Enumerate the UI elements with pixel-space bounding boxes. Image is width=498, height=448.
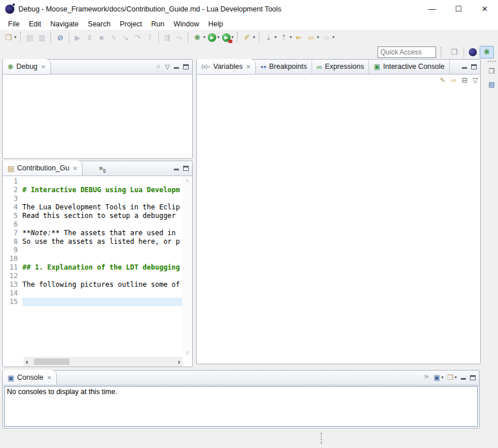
collapse-all-icon[interactable]: ⊟ xyxy=(462,77,468,84)
editor-line[interactable]: 8So use the assets as listed here, or p xyxy=(3,237,182,246)
tab-console[interactable]: ▣ Console ✕ xyxy=(3,370,57,385)
menu-project[interactable]: Project xyxy=(115,19,147,29)
view-menu-icon[interactable]: ▽ xyxy=(165,64,170,70)
dropdown-arrow-icon[interactable]: ▾ xyxy=(217,35,220,40)
editor-line[interactable]: 11## 1. Explanation of the LDT debugging xyxy=(3,263,182,272)
editor-line[interactable]: 12 xyxy=(3,272,182,281)
menu-window[interactable]: Window xyxy=(169,19,204,29)
close-icon[interactable]: ✕ xyxy=(41,64,45,70)
editor-line[interactable]: 15 xyxy=(3,298,182,306)
scroll-up-icon[interactable]: ∧ xyxy=(185,178,189,184)
lua-perspective-button[interactable] xyxy=(467,46,478,59)
quick-access-input[interactable] xyxy=(378,46,436,58)
new-wizard-button[interactable]: ❒▾ xyxy=(2,31,18,44)
tab-variables[interactable]: (x)=Variables✕ xyxy=(197,59,256,74)
minimize-view-icon[interactable] xyxy=(174,166,179,170)
dropdown-arrow-icon[interactable]: ▾ xyxy=(204,35,206,40)
editor-body[interactable]: 12# Interactive DEBUG using Lua Developm… xyxy=(3,176,192,367)
skip-all-breakpoints-button[interactable]: ⊘ xyxy=(55,31,67,44)
disconnect-button: ϟ xyxy=(108,31,120,44)
mark-occurrences-button[interactable]: ✐▾ xyxy=(241,31,256,44)
close-icon[interactable]: ✕ xyxy=(47,375,52,381)
next-annotation-icon: ⇣ xyxy=(264,33,274,42)
display-selected-console-button[interactable]: ▣▾ xyxy=(434,374,443,381)
maximize-view-icon[interactable] xyxy=(183,166,189,171)
external-tools-button[interactable]: ▶▾ xyxy=(221,31,235,44)
strip-drag-handle[interactable] xyxy=(488,61,496,62)
outline-view-icon[interactable]: ▤ xyxy=(488,80,495,88)
dropdown-arrow-icon[interactable]: ▾ xyxy=(332,35,334,40)
editor-line[interactable]: 9 xyxy=(3,246,182,255)
editor-line[interactable]: 14 xyxy=(3,289,182,298)
dropdown-arrow-icon[interactable]: ▾ xyxy=(454,375,457,380)
run-button[interactable]: ▶▾ xyxy=(207,31,221,44)
debug-perspective-button[interactable]: ❋ xyxy=(480,46,494,59)
menu-help[interactable]: Help xyxy=(204,19,228,29)
last-edit-location-button[interactable]: ⇤ xyxy=(293,31,305,44)
dropdown-arrow-icon[interactable]: ▾ xyxy=(275,35,277,40)
save-all-button: ▥ xyxy=(36,31,48,44)
scroll-right-icon[interactable]: › xyxy=(178,358,180,366)
open-perspective-button[interactable]: ❒ xyxy=(448,46,461,59)
editor-line[interactable]: 10 xyxy=(3,255,182,263)
tab-editor-contribution-guide[interactable]: ▤ Contribution_Gu ✕ xyxy=(3,161,83,176)
menu-search[interactable]: Search xyxy=(83,19,115,29)
show-type-names-icon[interactable]: ✎ xyxy=(440,77,446,84)
editor-line[interactable]: 6 xyxy=(3,220,182,229)
editor-line[interactable]: 4The Lua Development Tools in the Eclip xyxy=(3,203,182,212)
editor-horizontal-scrollbar[interactable]: ‹ › xyxy=(24,357,182,367)
scroll-left-icon[interactable]: ‹ xyxy=(26,358,28,366)
maximize-view-icon[interactable] xyxy=(471,64,477,69)
maximize-window-button[interactable]: ☐ xyxy=(445,0,472,18)
console-icon: ▣ xyxy=(7,373,14,382)
minimize-view-icon[interactable] xyxy=(174,64,179,69)
pin-console-icon: ⚑ xyxy=(423,374,430,381)
view-menu-icon[interactable]: ▽ xyxy=(473,77,478,84)
dropdown-arrow-icon[interactable]: ▾ xyxy=(441,375,443,380)
statusbar-drag-handle[interactable] xyxy=(321,433,322,444)
dropdown-arrow-icon[interactable]: ▾ xyxy=(253,35,255,40)
previous-annotation-button[interactable]: ⇡▾ xyxy=(278,31,293,44)
editor-line[interactable]: 2# Interactive DEBUG using Lua Developm xyxy=(3,186,182,194)
pin-console-button: ⚑ xyxy=(423,374,430,381)
close-window-button[interactable]: ✕ xyxy=(472,0,498,18)
show-logical-structure-icon[interactable]: ⇨ xyxy=(451,77,457,84)
tab-interactive-console[interactable]: ▣Interactive Console xyxy=(369,59,449,74)
tab-breakpoints[interactable]: ●●Breakpoints xyxy=(256,59,312,74)
tab-debug[interactable]: ❋ Debug ✕ xyxy=(3,59,51,74)
menu-navigate[interactable]: Navigate xyxy=(46,19,83,29)
mark-occurrences-icon: ✐ xyxy=(242,33,252,42)
step-filters-config-button: ⤳ xyxy=(173,31,185,44)
console-header: ▣ Console ✕ ⚑▣▾❒▾ xyxy=(3,371,479,385)
menu-edit[interactable]: Edit xyxy=(24,19,46,29)
back-button[interactable]: ⇦▾ xyxy=(305,31,321,44)
menu-file[interactable]: File xyxy=(3,19,24,29)
minimize-view-icon[interactable] xyxy=(461,375,466,380)
maximize-view-icon[interactable] xyxy=(470,375,476,380)
editor-text-area[interactable]: 12# Interactive DEBUG using Lua Developm… xyxy=(3,177,182,357)
editor-line[interactable]: 3 xyxy=(3,194,182,203)
debug-button[interactable]: ❋▾ xyxy=(192,31,207,44)
scrollbar-thumb[interactable] xyxy=(34,359,69,365)
scroll-down-icon[interactable]: ∨ xyxy=(185,349,189,355)
more-editors-chevron[interactable]: »5 xyxy=(99,163,106,174)
minimize-view-icon[interactable] xyxy=(462,64,467,69)
open-console-button[interactable]: ❒▾ xyxy=(448,374,457,381)
minimize-window-button[interactable]: — xyxy=(419,0,445,18)
maximize-view-icon[interactable] xyxy=(183,64,189,69)
dropdown-arrow-icon[interactable]: ▾ xyxy=(232,35,234,40)
next-annotation-button[interactable]: ⇣▾ xyxy=(263,31,278,44)
restore-view-icon[interactable]: ❐ xyxy=(489,67,495,75)
dropdown-arrow-icon[interactable]: ▾ xyxy=(14,35,17,40)
dropdown-arrow-icon[interactable]: ▾ xyxy=(317,35,320,40)
editor-line[interactable]: 1 xyxy=(3,177,182,186)
editor-line[interactable]: 5Read this section to setup a debugger xyxy=(3,212,182,220)
editor-line[interactable]: 13The following pictures outline some of xyxy=(3,281,182,289)
close-icon[interactable]: ✕ xyxy=(246,64,251,70)
close-icon[interactable]: ✕ xyxy=(73,165,77,172)
dropdown-arrow-icon[interactable]: ▾ xyxy=(290,35,292,40)
editor-vertical-scrollbar[interactable]: ∧ ∨ xyxy=(182,176,192,357)
editor-line[interactable]: 7**Note:** The assets that are used in xyxy=(3,229,182,237)
tab-expressions[interactable]: ∞Expressions xyxy=(312,59,369,74)
menu-run[interactable]: Run xyxy=(147,19,169,29)
